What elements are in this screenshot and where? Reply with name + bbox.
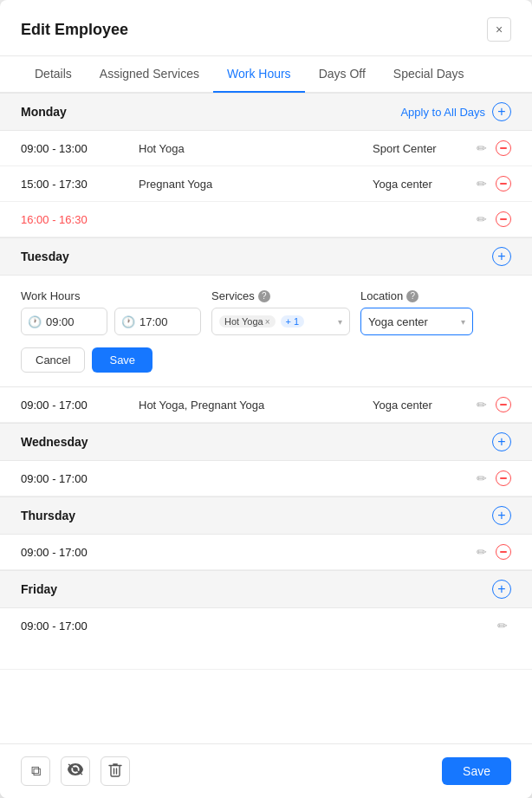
- location-label: Yoga center: [373, 399, 459, 412]
- more-services-tag: + 1: [281, 315, 305, 328]
- tuesday-header-right: +: [492, 247, 511, 266]
- tab-assigned-services[interactable]: Assigned Services: [86, 56, 213, 93]
- services-select[interactable]: Hot Yoga × + 1 ▾: [211, 308, 350, 335]
- table-row: 15:00 - 17:30 Pregnant Yoga Yoga center …: [0, 166, 532, 202]
- friday-header-right: +: [492, 580, 511, 599]
- copy-button[interactable]: ⧉: [21, 756, 50, 786]
- remove-button[interactable]: [496, 140, 511, 156]
- edit-icon-button[interactable]: ✏: [473, 470, 490, 487]
- tab-details[interactable]: Details: [21, 56, 86, 93]
- modal-footer: ⧉ Save: [0, 743, 532, 798]
- edit-icon-button[interactable]: ✏: [473, 139, 490, 157]
- start-time-wrap: 🕐: [21, 308, 107, 335]
- service-label: Pregnant Yoga: [139, 178, 359, 191]
- time-range: 09:00 - 17:00: [21, 620, 125, 633]
- day-name-friday: Friday: [21, 582, 57, 596]
- monday-header-right: Apply to All Days +: [400, 102, 511, 121]
- row-actions: ✏: [473, 139, 511, 157]
- clock-icon-end: 🕐: [121, 315, 135, 328]
- pencil-icon: ✏: [477, 212, 487, 226]
- work-hours-label: Work Hours: [21, 289, 201, 302]
- edit-icon-button[interactable]: ✏: [473, 396, 490, 413]
- end-time-wrap: 🕐: [114, 308, 201, 335]
- remove-button[interactable]: [496, 176, 511, 191]
- modal-title: Edit Employee: [21, 21, 128, 39]
- day-section-monday: Monday Apply to All Days + 09:00 - 13:00…: [0, 93, 532, 237]
- edit-icon-button[interactable]: ✏: [473, 175, 490, 192]
- tab-days-off[interactable]: Days Off: [305, 56, 380, 93]
- table-row: 09:00 - 13:00 Hot Yoga Sport Center ✏: [0, 131, 532, 166]
- edit-form-tuesday: Work Hours 🕐 🕐: [0, 276, 532, 387]
- pencil-icon: ✏: [497, 619, 508, 633]
- thursday-header-right: +: [492, 506, 511, 525]
- eye-icon: [68, 763, 83, 779]
- remove-button[interactable]: [496, 470, 511, 486]
- form-row: Work Hours 🕐 🕐: [21, 289, 511, 335]
- chevron-down-icon: ▾: [338, 317, 342, 327]
- remove-button[interactable]: [496, 397, 511, 412]
- day-name-tuesday: Tuesday: [21, 250, 69, 263]
- footer-left-actions: ⧉: [21, 756, 130, 786]
- pencil-icon: ✏: [477, 398, 487, 412]
- table-row: 09:00 - 17:00 ✏: [0, 535, 532, 570]
- footer-save-button[interactable]: Save: [442, 757, 511, 785]
- remove-button[interactable]: [496, 211, 511, 227]
- wednesday-add-button[interactable]: +: [492, 432, 511, 451]
- location-label: Sport Center: [373, 142, 459, 155]
- day-name-monday: Monday: [21, 105, 67, 119]
- row-actions: ✏: [473, 175, 511, 192]
- time-range: 15:00 - 17:30: [21, 178, 125, 191]
- wednesday-header-right: +: [492, 432, 511, 451]
- thursday-add-button[interactable]: +: [492, 506, 511, 525]
- content-area: Monday Apply to All Days + 09:00 - 13:00…: [0, 93, 532, 798]
- location-label: Yoga center: [373, 178, 459, 191]
- modal-header: Edit Employee ×: [0, 0, 532, 56]
- day-section-friday: Friday + 09:00 - 17:00 ✏: [0, 570, 532, 670]
- save-entry-button[interactable]: Save: [92, 347, 152, 373]
- visibility-button[interactable]: [61, 756, 90, 786]
- table-row: 09:00 - 17:00 ✏: [0, 608, 532, 670]
- delete-button[interactable]: [101, 756, 130, 786]
- location-label: Location ?: [360, 289, 473, 302]
- friday-add-button[interactable]: +: [492, 580, 511, 599]
- location-select[interactable]: Yoga center ▾: [360, 308, 473, 335]
- time-range: 09:00 - 17:00: [21, 472, 125, 485]
- row-actions: ✏: [473, 470, 511, 487]
- row-actions: ✏: [473, 543, 511, 561]
- time-range-error: 16:00 - 16:30: [21, 213, 125, 226]
- edit-icon-button[interactable]: ✏: [473, 543, 490, 561]
- edit-icon-button[interactable]: ✏: [494, 617, 511, 634]
- table-row: 16:00 - 16:30 ✏: [0, 202, 532, 237]
- delete-icon: [108, 762, 122, 781]
- apply-to-all-days-link[interactable]: Apply to All Days: [400, 106, 485, 119]
- monday-add-button[interactable]: +: [492, 102, 511, 121]
- time-range: 09:00 - 17:00: [21, 399, 125, 412]
- day-name-thursday: Thursday: [21, 509, 75, 522]
- day-header-monday: Monday Apply to All Days +: [0, 93, 532, 131]
- tabs-container: Details Assigned Services Work Hours Day…: [0, 56, 532, 93]
- pencil-icon: ✏: [477, 471, 487, 485]
- day-section-thursday: Thursday + 09:00 - 17:00 ✏: [0, 496, 532, 570]
- time-range: 09:00 - 17:00: [21, 546, 125, 559]
- day-header-friday: Friday +: [0, 570, 532, 608]
- service-tag: Hot Yoga ×: [219, 315, 276, 328]
- row-actions: ✏: [473, 396, 511, 413]
- table-row: 09:00 - 17:00 Hot Yoga, Pregnant Yoga Yo…: [0, 387, 532, 423]
- tab-special-days[interactable]: Special Days: [380, 56, 478, 93]
- cancel-button[interactable]: Cancel: [21, 347, 85, 373]
- remove-button[interactable]: [496, 544, 511, 560]
- services-group: Services ? Hot Yoga × + 1 ▾: [211, 289, 350, 335]
- close-button[interactable]: ×: [487, 17, 511, 42]
- location-group: Location ? Yoga center ▾: [360, 289, 473, 335]
- day-header-thursday: Thursday +: [0, 496, 532, 535]
- clock-icon-start: 🕐: [28, 315, 42, 328]
- tuesday-add-button[interactable]: +: [492, 247, 511, 266]
- tag-close-icon[interactable]: ×: [265, 317, 270, 327]
- close-icon: ×: [496, 23, 503, 36]
- tab-work-hours[interactable]: Work Hours: [213, 56, 305, 93]
- work-hours-group: Work Hours 🕐 🕐: [21, 289, 201, 335]
- day-header-tuesday: Tuesday +: [0, 237, 532, 276]
- table-row: 09:00 - 17:00 ✏: [0, 461, 532, 496]
- form-actions: Cancel Save: [21, 347, 511, 373]
- edit-icon-button[interactable]: ✏: [473, 211, 490, 228]
